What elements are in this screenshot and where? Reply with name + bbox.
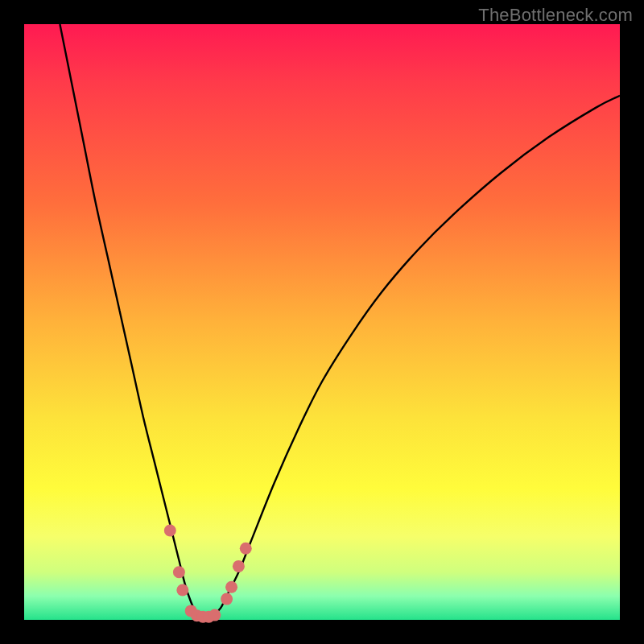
chart-plot-area <box>24 24 620 620</box>
curve-marker <box>176 584 188 597</box>
curve-marker <box>173 566 185 578</box>
chart-svg <box>24 24 620 620</box>
curve-marker <box>240 543 252 555</box>
curve-marker <box>164 525 176 537</box>
bottleneck-curve <box>60 24 620 617</box>
curve-marker <box>225 581 237 593</box>
chart-frame: TheBottleneck.com <box>0 0 644 644</box>
curve-marker <box>233 560 245 572</box>
curve-marker <box>208 609 221 621</box>
curve-marker <box>221 593 233 605</box>
watermark-text: TheBottleneck.com <box>478 5 633 26</box>
